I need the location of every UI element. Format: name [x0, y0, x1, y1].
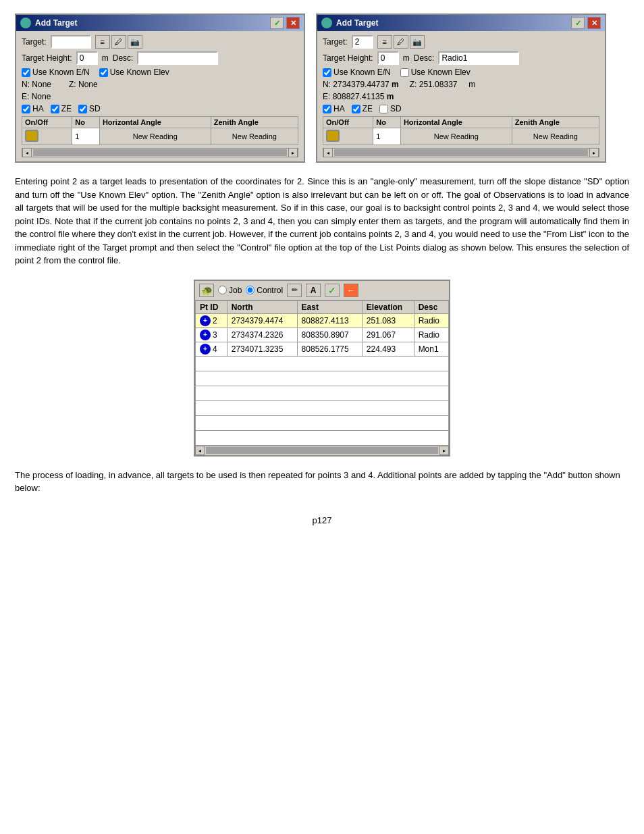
list-item[interactable]: +2 2734379.4474 808827.4113 251.083 Radi…: [196, 313, 449, 328]
use-known-en-right: Use Known E/N: [323, 68, 391, 77]
sd-label-right: SD: [390, 104, 402, 113]
target-input-right[interactable]: [352, 35, 373, 49]
desc-label-right: Desc:: [414, 53, 435, 63]
scroll-left-btn[interactable]: ◂: [22, 148, 32, 157]
edit-icon[interactable]: ✏: [287, 284, 302, 297]
use-known-elev-checkbox[interactable]: [99, 68, 108, 77]
sd-checkbox-right[interactable]: [379, 105, 388, 113]
desc-input[interactable]: [137, 51, 218, 65]
use-known-en-label-right: Use Known E/N: [333, 68, 391, 77]
horiz-cell-right[interactable]: New Reading: [400, 128, 512, 145]
ha-item: HA: [22, 104, 44, 113]
back-button[interactable]: ←: [344, 284, 358, 297]
list-item[interactable]: +3 2734374.2326 808350.8907 291.067 Radi…: [196, 328, 449, 342]
use-known-en-checkbox-right[interactable]: [323, 68, 331, 77]
ze-checkbox[interactable]: [51, 105, 59, 113]
height-row-right: Target Height: m Desc:: [323, 51, 599, 65]
edit-icon-btn[interactable]: 🖊: [111, 35, 126, 49]
target-input[interactable]: [51, 35, 91, 49]
e-row: E: None: [22, 92, 298, 101]
title-icon-right: [321, 18, 332, 28]
zenith-cell-right[interactable]: New Reading: [512, 128, 599, 145]
ha-checkbox-right[interactable]: [323, 105, 331, 113]
col-horiz-r: Horizontal Angle: [400, 117, 512, 128]
use-known-en-checkbox[interactable]: [22, 68, 30, 77]
list-item[interactable]: +4 2734071.3235 808526.1775 224.493 Mon1: [196, 342, 449, 356]
col-no-r: No: [373, 117, 401, 128]
ha-label: HA: [32, 104, 44, 113]
height-label: Target Height:: [22, 53, 72, 63]
check-icon[interactable]: ✓: [325, 284, 340, 297]
use-known-elev-item: Use Known Elev: [99, 68, 169, 77]
dialog-left-titlebar: Add Target ✓ ✕: [16, 15, 304, 31]
titlebar-left: Add Target: [20, 18, 77, 28]
empty-row: [196, 415, 449, 430]
edit-icon-btn-right[interactable]: 🖊: [394, 35, 408, 49]
ze-item: ZE: [51, 104, 72, 113]
desc-input-right[interactable]: [438, 51, 519, 65]
sd-item: SD: [78, 104, 101, 113]
horiz-cell[interactable]: New Reading: [99, 128, 211, 145]
scroll-right-btn[interactable]: ▸: [288, 148, 298, 157]
north-cell-4: 2734071.3235: [227, 342, 297, 356]
list-scroll-right[interactable]: ▸: [439, 446, 449, 455]
ptid-cell-2: +2: [196, 313, 227, 328]
use-known-elev-checkbox-right[interactable]: [400, 68, 409, 77]
ha-row: HA ZE SD: [22, 104, 298, 113]
height-unit-right: m: [403, 53, 410, 63]
col-north: North: [227, 301, 297, 313]
ptid-cell-3: +3: [196, 328, 227, 342]
scrollbar-right: ◂ ▸: [323, 148, 599, 157]
ze-checkbox-right[interactable]: [352, 105, 360, 113]
scroll-track: [33, 149, 287, 156]
ha-checkbox[interactable]: [22, 105, 30, 113]
dialog-right-title: Add Target: [336, 18, 378, 28]
col-east: East: [297, 301, 362, 313]
zenith-cell[interactable]: New Reading: [211, 128, 298, 145]
sd-checkbox[interactable]: [78, 105, 87, 113]
empty-row: [196, 386, 449, 400]
dialog-left-body: Target: ≡ 🖊 📷 Target Height: m Desc:: [16, 31, 304, 161]
ha-item-right: HA: [323, 104, 345, 113]
scroll-left-btn-right[interactable]: ◂: [323, 148, 333, 157]
photo-icon-btn-right[interactable]: 📷: [410, 35, 425, 49]
col-on-off: On/Off: [22, 117, 72, 128]
col-horiz: Horizontal Angle: [99, 117, 211, 128]
ze-label-right: ZE: [363, 104, 373, 113]
use-known-elev-right: Use Known Elev: [400, 68, 471, 77]
height-input-right[interactable]: [377, 51, 399, 65]
control-radio[interactable]: [246, 286, 254, 294]
photo-icon-btn[interactable]: 📷: [128, 35, 142, 49]
target-toolbar: ≡ 🖊 📷: [95, 35, 142, 49]
scroll-right-btn-right[interactable]: ▸: [589, 148, 599, 157]
z-label: Z: None: [69, 80, 98, 89]
elevation-cell-3: 291.067: [362, 328, 414, 342]
job-radio[interactable]: [218, 286, 227, 294]
font-icon[interactable]: A: [306, 284, 321, 297]
job-label: Job: [229, 286, 242, 295]
check-button[interactable]: ✓: [270, 17, 284, 29]
close-button-right[interactable]: ✕: [587, 17, 601, 29]
on-off-button[interactable]: [25, 130, 38, 142]
on-off-button-right[interactable]: [326, 130, 340, 142]
list-scroll-left[interactable]: ◂: [195, 446, 205, 455]
height-input[interactable]: [76, 51, 98, 65]
nz-row: N: None Z: None: [22, 80, 298, 89]
pt-icon-2: +: [200, 315, 211, 326]
dialog-left-title: Add Target: [35, 18, 77, 28]
known-checkbox-row-right: Use Known E/N Use Known Elev: [323, 68, 599, 77]
use-known-elev-label-right: Use Known Elev: [411, 68, 471, 77]
check-button-right[interactable]: ✓: [571, 17, 585, 29]
table-row: 1 New Reading New Reading: [22, 128, 298, 145]
job-radio-option: Job: [218, 286, 242, 295]
ha-label-right: HA: [333, 104, 345, 113]
readings-table-right: On/Off No Horizontal Angle Zenith Angle …: [323, 116, 599, 145]
on-off-cell-right: [323, 128, 373, 145]
list-icon-btn-right[interactable]: ≡: [377, 35, 392, 49]
control-radio-option: Control: [246, 286, 283, 295]
list-icon[interactable]: 🐢: [199, 284, 214, 297]
titlebar-buttons: ✓ ✕: [270, 17, 300, 29]
close-button[interactable]: ✕: [286, 17, 300, 29]
col-zenith: Zenith Angle: [211, 117, 298, 128]
list-icon-btn[interactable]: ≡: [95, 35, 110, 49]
